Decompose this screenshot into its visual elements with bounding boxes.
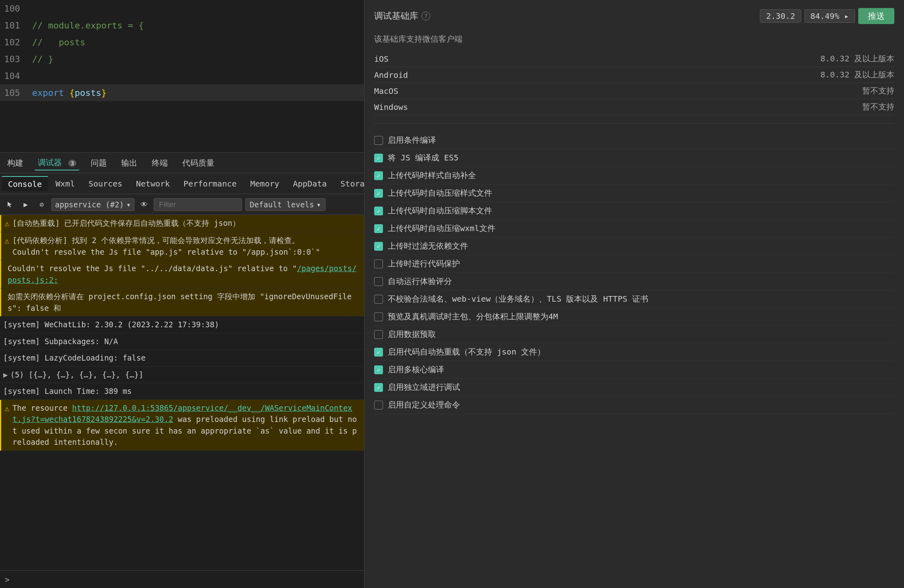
- console-msg-4: 如需关闭依赖分析请在 project.config.json setting 字…: [0, 288, 364, 316]
- right-panel-header: 调试基础库 ? 2.30.2 84.49% ▸ 推送: [374, 8, 894, 24]
- checkbox-2[interactable]: [374, 154, 383, 162]
- tab-appdata[interactable]: AppData: [287, 176, 333, 191]
- stop-btn[interactable]: ⊘: [35, 198, 48, 211]
- code-content-102: // posts: [28, 37, 364, 47]
- default-levels-label: Default levels: [250, 200, 314, 209]
- code-content-105: export {posts}: [28, 88, 364, 98]
- tab-issues[interactable]: 问题: [88, 156, 110, 170]
- checkbox-13[interactable]: [374, 348, 383, 357]
- checkbox-label-10: 不校验合法域名、web-view（业务域名）、TLS 版本以及 HTTPS 证书: [388, 294, 648, 304]
- checkbox-row-5: 上传代码时自动压缩脚本文件: [374, 202, 894, 220]
- main-layout: 100 101 // module.exports = { 102 // pos…: [0, 0, 904, 588]
- tab-performance[interactable]: Performance: [177, 176, 243, 191]
- console-msg-text-1: [自动热重载] 已开启代码文件保存后自动热重载（不支持 json）: [12, 217, 240, 229]
- default-levels-selector[interactable]: Default levels ▾: [245, 198, 326, 211]
- console-msg-text-10: The resource http://127.0.0.1:53865/apps…: [12, 402, 361, 448]
- checkbox-row-3: 上传代码时样式自动补全: [374, 167, 894, 185]
- line-number-101: 101: [0, 20, 28, 30]
- code-line-105: 105 export {posts}: [0, 84, 364, 101]
- link-2[interactable]: http://127.0.0.1:53865/appservice/__dev_…: [12, 403, 352, 424]
- brace-open: {: [69, 88, 75, 98]
- checkbox-3[interactable]: [374, 171, 383, 180]
- checkbox-16[interactable]: [374, 401, 383, 410]
- checkbox-15[interactable]: [374, 383, 383, 392]
- line-number-102: 102: [0, 37, 28, 47]
- checkbox-1[interactable]: [374, 136, 383, 145]
- filter-input[interactable]: [154, 198, 242, 211]
- console-input-row: >: [0, 570, 364, 588]
- checkbox-row-15: 启用独立域进行调试: [374, 379, 894, 396]
- tab-memory[interactable]: Memory: [244, 176, 286, 191]
- tab-debugger[interactable]: 调试器 3: [35, 156, 79, 170]
- checkbox-label-12: 启用数据预取: [388, 329, 436, 340]
- checkbox-9[interactable]: [374, 277, 383, 286]
- tab-output[interactable]: 输出: [118, 156, 140, 170]
- checkbox-label-9: 自动运行体验评分: [388, 276, 452, 287]
- console-msg-10: ⚠ The resource http://127.0.0.1:53865/ap…: [0, 400, 364, 451]
- checkbox-10[interactable]: [374, 295, 383, 304]
- link-1[interactable]: /pages/posts/posts.js:2:: [8, 264, 356, 284]
- right-panel: 调试基础库 ? 2.30.2 84.49% ▸ 推送 该基础库支持微信客户端 i…: [364, 0, 904, 588]
- checkbox-row-11: 预览及真机调试时主包、分包体积上限调整为4M: [374, 308, 894, 326]
- console-msg-text-3: Couldn't resolve the Js file "../../data…: [8, 263, 361, 286]
- warn-icon-1: ⚠: [4, 217, 9, 229]
- checkbox-row-6: 上传代码时自动压缩wxml文件: [374, 220, 894, 237]
- code-line-104: 104: [0, 67, 364, 84]
- checkbox-row-12: 启用数据预取: [374, 326, 894, 343]
- platform-list: iOS 8.0.32 及以上版本 Android 8.0.32 及以上版本 Ma…: [374, 51, 894, 115]
- checkbox-label-13: 启用代码自动热重载（不支持 json 文件）: [388, 347, 545, 357]
- platform-android: Android 8.0.32 及以上版本: [374, 67, 894, 83]
- checkbox-row-9: 自动运行体验评分: [374, 273, 894, 290]
- console-msg-text-7: [system] LazyCodeLoading: false: [3, 352, 146, 364]
- push-button[interactable]: 推送: [858, 8, 894, 24]
- identifier-posts: posts: [75, 88, 101, 98]
- console-msg-9: [system] Launch Time: 389 ms: [0, 383, 364, 400]
- checkbox-4[interactable]: [374, 189, 383, 198]
- tab-build[interactable]: 构建: [4, 156, 26, 170]
- tab-wxml[interactable]: Wxml: [49, 176, 81, 191]
- console-msg-8: ▶ (5) [{…}, {…}, {…}, {…}, {…}]: [0, 367, 364, 383]
- code-line-101: 101 // module.exports = {: [0, 17, 364, 34]
- tab-code-quality[interactable]: 代码质量: [179, 156, 218, 170]
- platform-value-windows: 暂不支持: [862, 101, 894, 112]
- eye-btn[interactable]: 👁: [138, 198, 151, 211]
- checkbox-label-1: 启用条件编译: [388, 135, 436, 146]
- code-editor: 100 101 // module.exports = { 102 // pos…: [0, 0, 364, 152]
- help-icon[interactable]: ?: [421, 12, 430, 20]
- expand-arrow-icon[interactable]: ▶: [3, 369, 8, 381]
- line-number-105: 105: [0, 88, 28, 98]
- checkbox-label-7: 上传时过滤无依赖文件: [388, 241, 468, 251]
- platform-value-android: 8.0.32 及以上版本: [821, 69, 894, 80]
- console-msg-5: [system] WeChatLib: 2.30.2 (2023.2.22 17…: [0, 316, 364, 333]
- console-msg-text-6: [system] Subpackages: N/A: [3, 336, 118, 347]
- devtools-area: Console Wxml Sources Network Performance…: [0, 173, 364, 588]
- checkbox-8[interactable]: [374, 260, 383, 268]
- console-msg-text-9: [system] Launch Time: 389 ms: [3, 385, 132, 397]
- code-line-100: 100: [0, 0, 364, 17]
- checkbox-5[interactable]: [374, 207, 383, 215]
- appservice-label: appservice (#2): [55, 200, 124, 209]
- checkbox-6[interactable]: [374, 224, 383, 233]
- tab-sources[interactable]: Sources: [82, 176, 128, 191]
- play-btn[interactable]: ▶: [19, 198, 32, 211]
- checkbox-label-2: 将 JS 编译成 ES5: [388, 152, 458, 163]
- platform-ios: iOS 8.0.32 及以上版本: [374, 51, 894, 67]
- checkbox-11[interactable]: [374, 312, 383, 321]
- checkbox-7[interactable]: [374, 242, 383, 251]
- tab-terminal[interactable]: 终端: [149, 156, 171, 170]
- checkbox-label-15: 启用独立域进行调试: [388, 382, 460, 393]
- console-toolbar: ▶ ⊘ appservice (#2) ▾ 👁 Default levels ▾: [0, 194, 364, 215]
- version-badge: 2.30.2: [760, 9, 801, 23]
- checkbox-12[interactable]: [374, 330, 383, 339]
- checkbox-14[interactable]: [374, 365, 383, 374]
- console-msg-text-5: [system] WeChatLib: 2.30.2 (2023.2.22 17…: [3, 319, 219, 330]
- tab-network[interactable]: Network: [130, 176, 176, 191]
- cursor-tool-btn[interactable]: [3, 198, 16, 211]
- console-msg-3: Couldn't resolve the Js file "../../data…: [0, 260, 364, 288]
- platform-macos: MacOS 暂不支持: [374, 83, 894, 99]
- levels-dropdown-icon: ▾: [316, 200, 321, 209]
- code-line-102: 102 // posts: [0, 34, 364, 51]
- appservice-selector[interactable]: appservice (#2) ▾: [51, 198, 134, 211]
- platform-name-windows: Windows: [374, 102, 408, 112]
- tab-console[interactable]: Console: [2, 176, 48, 191]
